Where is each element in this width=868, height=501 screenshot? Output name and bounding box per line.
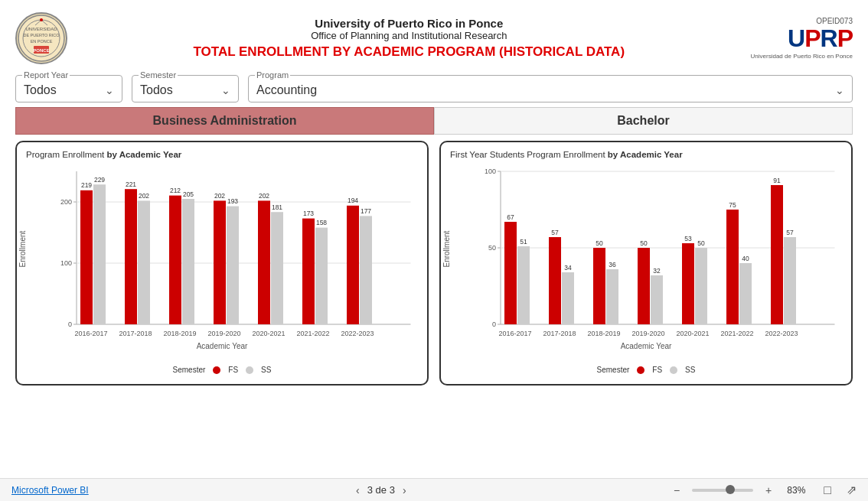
svg-text:57: 57 [786,229,794,236]
svg-text:181: 181 [272,203,282,211]
svg-text:DE PUERTO RICO: DE PUERTO RICO [23,33,60,37]
chart2-legend-fs-label: FS [652,366,662,374]
svg-text:158: 158 [316,219,327,226]
semester-label: Semester [139,70,178,80]
tabs-row: Business Administration Bachelor [15,107,853,135]
svg-text:2020-2021: 2020-2021 [252,330,285,337]
zoom-percent: 83% [787,485,805,496]
svg-rect-18 [80,190,93,324]
svg-text:173: 173 [303,210,314,217]
svg-rect-75 [606,269,618,324]
svg-text:2021-2022: 2021-2022 [720,330,753,337]
chart2-box: First Year Students Program Enrollment b… [439,141,853,386]
tab-business-admin[interactable]: Business Administration [15,107,434,135]
institution-title2: Office of Planning and Institutional Res… [67,30,751,41]
chart1-legend: Semester FS SS [26,366,418,374]
semester-filter[interactable]: Semester Todos ⌄ [132,75,239,102]
powerbi-link[interactable]: Microsoft Power BI [11,485,89,496]
svg-text:2022-2023: 2022-2023 [765,330,798,337]
svg-rect-85 [695,248,707,324]
chart2-legend-fs-dot [637,366,644,374]
svg-text:200: 200 [60,198,72,206]
svg-text:0: 0 [68,320,72,328]
report-year-filter[interactable]: Report Year Todos ⌄ [15,75,122,102]
institution-title1: University of Puerto Rico in Ponce [67,17,751,30]
zoom-slider[interactable] [692,489,753,492]
program-filter[interactable]: Program Accounting ⌄ [248,75,853,102]
svg-text:205: 205 [183,190,194,198]
svg-text:177: 177 [361,207,371,215]
zoom-in-icon[interactable]: + [765,484,772,496]
chart2-y-label: Enrollment [442,231,451,268]
svg-text:2016-2017: 2016-2017 [498,330,531,337]
filters-row: Report Year Todos ⌄ Semester Todos ⌄ Pro… [15,75,853,102]
uprp-logo: OPEID073 UPRP Universidad de Puerto Rico… [751,17,853,59]
svg-rect-48 [347,206,359,324]
program-value: Accounting [256,83,317,97]
expand-icon[interactable]: □ [824,483,831,497]
svg-rect-33 [214,200,226,324]
tab-bachelor[interactable]: Bachelor [434,107,853,135]
svg-text:219: 219 [81,181,92,189]
header: UNIVERSIDAD DE PUERTO RICO EN PONCE PONC… [15,8,853,69]
svg-text:Academic Year: Academic Year [197,342,248,350]
uprp-subtitle: Universidad de Puerto Rico en Ponce [751,53,853,60]
svg-text:53: 53 [684,235,692,242]
svg-text:36: 36 [609,261,616,268]
svg-text:50: 50 [596,239,603,247]
svg-rect-24 [138,200,150,324]
chart2-legend-ss-dot [670,366,677,374]
charts-row: Program Enrollment by Academic Year Enro… [15,141,853,386]
svg-text:2019-2020: 2019-2020 [207,330,240,337]
semester-chevron: ⌄ [221,84,230,96]
fullscreen-icon[interactable]: ⇗ [847,483,857,497]
svg-text:EN PONCE: EN PONCE [31,39,53,44]
svg-rect-38 [258,200,270,324]
svg-rect-79 [638,248,650,324]
svg-rect-23 [125,189,137,324]
svg-text:51: 51 [520,238,527,246]
svg-rect-70 [562,272,574,324]
svg-rect-44 [315,228,328,324]
chart1-legend-ss-dot [246,366,253,374]
chart1-title: Program Enrollment by Academic Year [26,150,418,159]
svg-text:Academic Year: Academic Year [621,342,672,350]
svg-text:100: 100 [60,259,72,267]
svg-text:0: 0 [492,320,496,328]
report-year-chevron: ⌄ [105,84,114,96]
page-next-arrow[interactable]: › [403,484,406,496]
chart1-legend-ss-label: SS [261,366,271,374]
svg-point-0 [18,15,64,61]
chart1-legend-fs-dot [213,366,220,374]
svg-rect-64 [504,222,517,324]
svg-text:50: 50 [488,244,496,252]
svg-rect-65 [517,246,530,324]
svg-text:32: 32 [653,267,661,275]
svg-text:67: 67 [507,213,514,221]
svg-rect-95 [784,237,796,324]
svg-text:2019-2020: 2019-2020 [631,330,664,337]
page-prev-arrow[interactable]: ‹ [356,484,360,496]
pagination: ‹ 3 de 3 › [356,484,406,496]
program-chevron: ⌄ [835,84,844,96]
chart1-legend-fs-label: FS [228,366,238,374]
svg-text:2021-2022: 2021-2022 [296,330,329,337]
svg-text:91: 91 [773,177,781,184]
svg-text:2016-2017: 2016-2017 [74,330,107,337]
svg-text:194: 194 [348,197,358,204]
svg-rect-80 [651,275,663,324]
svg-text:2018-2019: 2018-2019 [587,330,620,337]
chart1-legend-semester-label: Semester [173,366,206,374]
chart1-y-label: Enrollment [18,231,27,268]
zoom-out-icon[interactable]: − [674,484,680,496]
svg-rect-74 [593,248,605,324]
chart2-legend-semester-label: Semester [597,366,630,374]
page-main-title: TOTAL ENROLLMENT BY ACADEMIC PROGRAM (HI… [67,44,751,60]
svg-text:100: 100 [485,168,496,175]
svg-rect-84 [682,243,694,324]
svg-text:193: 193 [227,197,238,205]
uprp-letters: UPRP [788,25,853,52]
institution-logo: UNIVERSIDAD DE PUERTO RICO EN PONCE PONC… [15,12,67,64]
svg-rect-28 [169,196,181,324]
svg-text:2018-2019: 2018-2019 [163,330,196,337]
